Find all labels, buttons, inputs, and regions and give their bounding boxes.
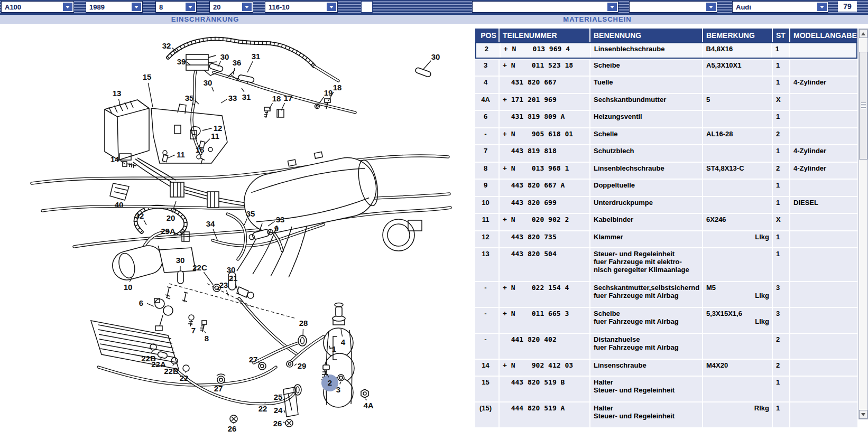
part-callout[interactable]: 30	[176, 256, 185, 265]
table-row[interactable]: 9 443 820 667 ADoppeltuelle1	[475, 180, 857, 196]
part-callout[interactable]: 27	[214, 384, 223, 393]
chevron-down-icon[interactable]	[817, 2, 827, 12]
part-callout[interactable]: 30	[204, 78, 213, 87]
chevron-down-icon[interactable]	[326, 2, 337, 12]
chevron-down-icon[interactable]	[242, 2, 252, 12]
cell-pos: -	[475, 334, 500, 359]
table-row[interactable]: (15) 444 820 519 AHalterSteuer- und Rege…	[475, 402, 857, 427]
empty-select-1[interactable]	[472, 1, 618, 13]
table-row[interactable]: -+ N 022 154 4Sechskantmutter,selbstsich…	[475, 282, 857, 307]
chevron-down-icon[interactable]	[62, 2, 73, 12]
part-callout[interactable]: 27	[249, 355, 258, 364]
part-callout[interactable]: 18	[333, 83, 342, 92]
part-callout[interactable]: 18	[272, 94, 281, 103]
part-callout[interactable]: 32	[162, 41, 171, 50]
part-callout[interactable]: 31	[252, 52, 261, 61]
part-callout[interactable]: 29	[298, 361, 307, 370]
part-callout[interactable]: 24	[274, 406, 283, 415]
part-callout[interactable]: 23	[219, 280, 228, 289]
table-row[interactable]: 4 431 820 667Tuelle14-Zylinder	[475, 77, 857, 93]
part-callout[interactable]: 1	[332, 344, 336, 353]
year-select[interactable]: 1989	[86, 1, 143, 13]
part-callout[interactable]: 33	[228, 93, 237, 102]
part-callout[interactable]: 25	[274, 392, 283, 401]
table-row[interactable]: 12 443 820 735KlammerLlkg1	[475, 231, 857, 247]
table-row[interactable]: -+ N 011 665 3Scheibefuer Fahrzeuge mit …	[475, 308, 857, 333]
part-callout[interactable]: 32	[135, 211, 144, 220]
table-row[interactable]: 2+ N 013 969 4LinsenblechschraubeB4,8X16…	[475, 42, 857, 59]
part-callout[interactable]: 13	[113, 89, 122, 98]
callout-leader-line	[294, 364, 297, 366]
part-callout[interactable]: 31	[242, 92, 251, 101]
part-callout[interactable]: 16	[196, 145, 205, 154]
part-callout[interactable]: 21	[229, 274, 238, 283]
cell-st: 1	[773, 145, 790, 162]
table-scrollbar[interactable]	[858, 29, 868, 419]
part-callout[interactable]: 11	[211, 132, 219, 141]
part-callout[interactable]: 20	[167, 213, 176, 222]
model-select[interactable]: A100	[1, 1, 74, 13]
part-callout[interactable]: 26	[273, 419, 282, 428]
table-row[interactable]: 14+ N 902 412 03LinsenschraubeM4X202	[475, 360, 857, 376]
table-row[interactable]: 4A+ 171 201 969Sechskantbundmutter5X	[475, 94, 857, 110]
callout-leader-line	[148, 83, 153, 107]
scroll-down-button[interactable]	[859, 410, 867, 419]
part-callout[interactable]: 4	[341, 338, 346, 347]
part-callout[interactable]: 40	[115, 200, 124, 209]
table-row[interactable]: 8+ N 013 968 1LinsenblechschraubeST4,8X1…	[475, 163, 857, 179]
table-row[interactable]: 11+ N 020 902 2Kabelbinder6X246X	[475, 214, 857, 230]
part-callout[interactable]: 30	[220, 52, 229, 61]
part-callout[interactable]: 14	[110, 155, 119, 164]
part-callout[interactable]: 35	[246, 209, 255, 218]
chevron-down-icon[interactable]	[185, 2, 196, 12]
part-callout[interactable]: 33	[276, 215, 285, 224]
part-callout[interactable]: 9	[274, 224, 279, 233]
chevron-down-icon[interactable]	[131, 2, 142, 12]
table-row[interactable]: 13 443 820 504Steuer- und Regeleinheitfu…	[475, 248, 857, 281]
table-row[interactable]: 3+ N 011 523 18ScheibeA5,3X10X11	[475, 60, 857, 76]
part-callout[interactable]: 7	[191, 326, 196, 335]
chevron-down-icon[interactable]	[706, 2, 716, 12]
part-callout[interactable]: 36	[233, 58, 242, 67]
table-row[interactable]: - 441 820 402Distanzhuelsefuer Fahrzeuge…	[475, 334, 857, 359]
table-row[interactable]: 7 443 819 818Schutzblech14-Zylinder	[475, 145, 857, 162]
table-row[interactable]: 6 431 819 809 AHeizungsventil1	[475, 111, 857, 127]
part-callout[interactable]: 35	[185, 93, 194, 102]
part-callout[interactable]: 22	[180, 373, 189, 382]
part-callout[interactable]: 22	[258, 404, 267, 413]
part-callout[interactable]: 8	[205, 334, 209, 343]
part-callout[interactable]: 30	[431, 52, 440, 61]
part-callout[interactable]: 10	[124, 283, 133, 292]
sub-group-select[interactable]: 20	[209, 1, 253, 13]
scroll-up-button[interactable]	[859, 29, 867, 38]
part-callout[interactable]: 22B	[164, 367, 179, 376]
cell-st: 1	[773, 197, 790, 213]
part-callout[interactable]: 28	[299, 319, 308, 327]
illustration-select[interactable]: 116-10	[265, 1, 338, 13]
brand-select[interactable]: Audi	[732, 1, 828, 13]
flag-box[interactable]	[361, 1, 373, 13]
cell-benennung: Kabelbinder	[590, 214, 703, 230]
part-callout[interactable]: 6	[139, 298, 143, 307]
part-callout[interactable]: 15	[143, 72, 152, 81]
part-callout[interactable]: 34	[206, 219, 215, 228]
part-callout[interactable]: 30	[227, 265, 236, 274]
part-callout[interactable]: 11	[177, 150, 185, 159]
table-row[interactable]: 10 443 820 699Unterdruckpumpe1DIESEL	[475, 197, 857, 213]
part-callout[interactable]: 3	[336, 385, 340, 394]
empty-select-2[interactable]	[629, 1, 717, 13]
part-callout[interactable]: 26	[228, 424, 237, 433]
scrollbar-thumb[interactable]	[859, 52, 867, 160]
table-row[interactable]: 15 443 820 519 BHalterSteuer- und Regele…	[475, 377, 857, 401]
cell-teilenummer: + N 905 618 01	[500, 128, 590, 144]
part-callout[interactable]: 29A	[161, 227, 176, 236]
table-row[interactable]: -+ N 905 618 01SchelleAL16-282	[475, 128, 857, 144]
chevron-down-icon[interactable]	[607, 2, 617, 12]
part-callout-selected[interactable]: 2	[328, 378, 332, 387]
part-callout[interactable]: 4A	[363, 401, 373, 410]
part-callout[interactable]: 39	[177, 57, 186, 66]
part-callout[interactable]: 17	[284, 93, 293, 102]
main-group-select[interactable]: 8	[155, 1, 197, 13]
cell-teilenummer: 431 819 809 A	[500, 111, 590, 127]
part-callout[interactable]: 22C	[192, 263, 207, 272]
